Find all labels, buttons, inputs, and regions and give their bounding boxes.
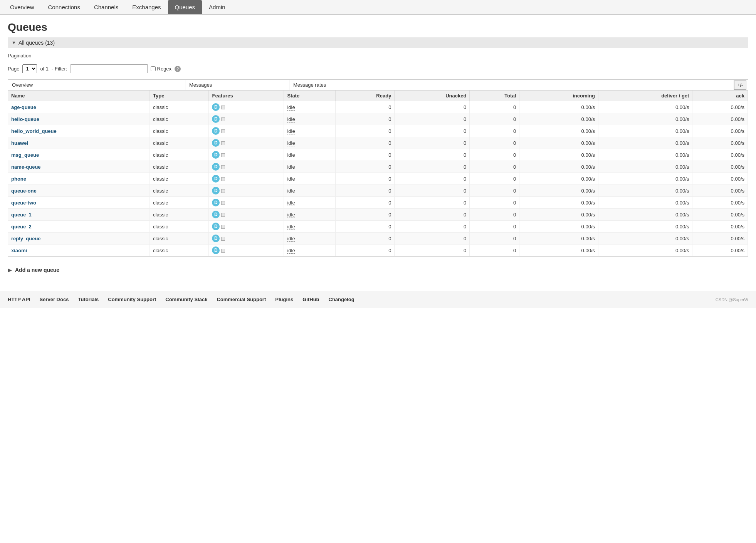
queue-total-cell: 0 <box>470 185 519 197</box>
queue-name-cell[interactable]: queue_1 <box>8 209 150 221</box>
queue-name-link[interactable]: xiaomi <box>11 248 27 253</box>
queue-total-cell: 0 <box>470 113 519 125</box>
queue-ready-cell: 0 <box>335 125 394 137</box>
queue-type-cell: classic <box>150 161 209 173</box>
queue-ack-cell: 0.00/s <box>692 149 748 161</box>
queue-unacked-cell: 0 <box>395 149 470 161</box>
nav-exchanges[interactable]: Exchanges <box>125 0 168 14</box>
queue-name-cell[interactable]: hello-queue <box>8 113 150 125</box>
queue-ack-cell: 0.00/s <box>692 233 748 245</box>
queue-name-cell[interactable]: phone <box>8 173 150 185</box>
queue-name-link[interactable]: queue_1 <box>11 212 32 218</box>
queue-name-link[interactable]: phone <box>11 176 26 182</box>
state-value: idle <box>287 116 295 122</box>
queue-total-cell: 0 <box>470 209 519 221</box>
add-queue-link[interactable]: Add a new queue <box>15 267 59 273</box>
regex-help-icon[interactable]: ? <box>175 66 181 72</box>
filter-input[interactable] <box>71 64 148 73</box>
feature-badge: D <box>212 151 220 159</box>
queue-name-link[interactable]: msg_queue <box>11 152 39 158</box>
queue-name-cell[interactable]: queue_2 <box>8 221 150 233</box>
queue-ready-cell: 0 <box>335 233 394 245</box>
footer-tutorials[interactable]: Tutorials <box>78 297 99 302</box>
feature-square <box>221 129 225 133</box>
feature-square <box>221 249 225 253</box>
queue-incoming-cell: 0.00/s <box>519 101 598 113</box>
footer-github[interactable]: GitHub <box>302 297 319 302</box>
queue-deliver-get-cell: 0.00/s <box>598 149 692 161</box>
queue-name-link[interactable]: queue-two <box>11 200 36 206</box>
section-header[interactable]: ▼ All queues (13) <box>8 37 748 48</box>
queue-unacked-cell: 0 <box>395 125 470 137</box>
queue-unacked-cell: 0 <box>395 209 470 221</box>
col-name: Name <box>8 90 150 101</box>
queue-type-cell: classic <box>150 209 209 221</box>
feature-badge: D <box>212 103 220 111</box>
queue-name-cell[interactable]: queue-two <box>8 197 150 209</box>
queue-state-cell: idle <box>284 113 336 125</box>
add-queue-section[interactable]: ▶ Add a new queue <box>8 263 748 277</box>
plus-minus-button[interactable]: +/- <box>734 80 746 90</box>
state-value: idle <box>287 176 295 182</box>
state-value: idle <box>287 200 295 206</box>
queue-name-link[interactable]: age-queue <box>11 104 36 110</box>
queue-features-cell: D <box>209 209 284 221</box>
queue-incoming-cell: 0.00/s <box>519 197 598 209</box>
table-row: msg_queue classic D idle 0 0 0 0.00/s 0.… <box>8 149 748 161</box>
queue-deliver-get-cell: 0.00/s <box>598 173 692 185</box>
collapse-arrow: ▼ <box>12 40 16 45</box>
footer-community-slack[interactable]: Community Slack <box>165 297 207 302</box>
queue-name-cell[interactable]: queue-one <box>8 185 150 197</box>
footer-http-api[interactable]: HTTP API <box>8 297 30 302</box>
queue-name-link[interactable]: huawei <box>11 140 28 146</box>
queue-type-cell: classic <box>150 233 209 245</box>
feature-square <box>221 213 225 217</box>
queue-name-link[interactable]: queue-one <box>11 188 37 194</box>
nav-overview[interactable]: Overview <box>3 0 41 14</box>
table-section-headers: Overview Messages Message rates +/- <box>8 80 748 90</box>
footer-plugins[interactable]: Plugins <box>275 297 293 302</box>
col-ready: Ready <box>335 90 394 101</box>
page-select[interactable]: 1 <box>22 64 37 73</box>
state-value: idle <box>287 212 295 218</box>
queue-incoming-cell: 0.00/s <box>519 113 598 125</box>
queue-name-cell[interactable]: hello_world_queue <box>8 125 150 137</box>
footer-commercial-support[interactable]: Commercial Support <box>217 297 266 302</box>
footer-server-docs[interactable]: Server Docs <box>40 297 69 302</box>
queue-name-cell[interactable]: msg_queue <box>8 149 150 161</box>
queue-name-link[interactable]: hello_world_queue <box>11 128 57 134</box>
queue-name-cell[interactable]: name-queue <box>8 161 150 173</box>
nav-admin[interactable]: Admin <box>202 0 232 14</box>
queue-ready-cell: 0 <box>335 113 394 125</box>
table-row: age-queue classic D idle 0 0 0 0.00/s 0.… <box>8 101 748 113</box>
footer-community-support[interactable]: Community Support <box>108 297 156 302</box>
queue-features-cell: D <box>209 149 284 161</box>
feature-square <box>221 189 225 193</box>
queue-ready-cell: 0 <box>335 101 394 113</box>
queue-name-cell[interactable]: huawei <box>8 137 150 149</box>
queue-name-link[interactable]: queue_2 <box>11 224 32 230</box>
queue-name-cell[interactable]: xiaomi <box>8 245 150 256</box>
nav-queues[interactable]: Queues <box>168 0 202 14</box>
footer-changelog[interactable]: Changelog <box>329 297 354 302</box>
queue-name-link[interactable]: name-queue <box>11 164 41 170</box>
queue-name-link[interactable]: reply_queue <box>11 236 41 241</box>
queue-deliver-get-cell: 0.00/s <box>598 161 692 173</box>
queue-features-cell: D <box>209 113 284 125</box>
queue-features-cell: D <box>209 125 284 137</box>
nav-channels[interactable]: Channels <box>87 0 125 14</box>
queue-name-link[interactable]: hello-queue <box>11 116 39 122</box>
queue-features-cell: D <box>209 233 284 245</box>
regex-label-container: Regex <box>151 66 172 72</box>
queue-incoming-cell: 0.00/s <box>519 245 598 256</box>
table-row: queue-one classic D idle 0 0 0 0.00/s 0.… <box>8 185 748 197</box>
queue-unacked-cell: 0 <box>395 173 470 185</box>
queue-deliver-get-cell: 0.00/s <box>598 197 692 209</box>
feature-square <box>221 237 225 241</box>
regex-checkbox[interactable] <box>151 66 156 71</box>
queue-name-cell[interactable]: reply_queue <box>8 233 150 245</box>
col-incoming: incoming <box>519 90 598 101</box>
nav-connections[interactable]: Connections <box>41 0 87 14</box>
queue-features-cell: D <box>209 197 284 209</box>
queue-name-cell[interactable]: age-queue <box>8 101 150 113</box>
